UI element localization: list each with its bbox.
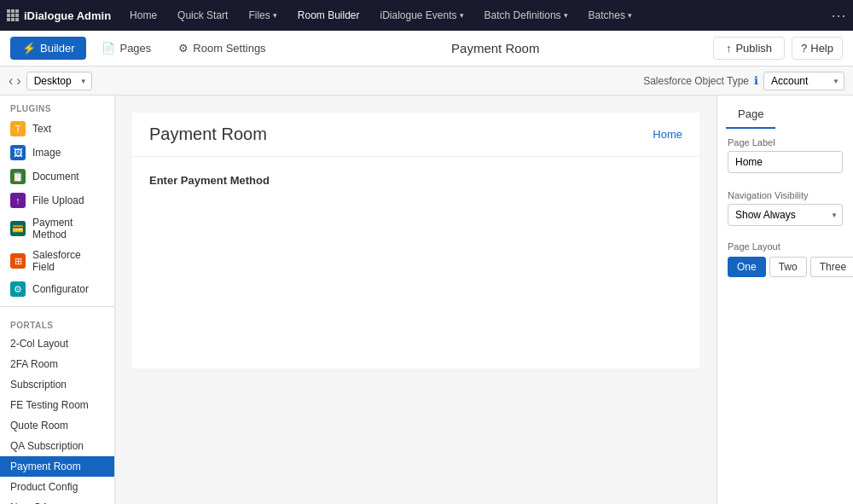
portal-2fa[interactable]: 2FA Room [0,354,114,374]
top-nav-bar: iDialogue Admin Home Quick Start Files ▾… [0,0,853,31]
page-label-label: Page Label [728,137,843,148]
plugin-salesforcefield-icon: ⊞ [10,253,26,269]
second-toolbar: ⚡ Builder 📄 Pages ⚙ Room Settings Paymen… [0,31,853,67]
plugins-section-title: PLUGINS [0,96,114,117]
portal-2col[interactable]: 2-Col Layout [0,333,114,354]
plugin-configurator-icon: ⚙ [10,281,26,297]
portal-qasubscription[interactable]: QA Subscription [0,436,114,456]
sf-object-select-wrapper: Account Contact Opportunity [763,72,844,90]
plugin-text-icon: T [10,121,26,136]
page-tab[interactable]: Page [726,104,775,129]
publish-button[interactable]: ↑ Publish [713,37,785,60]
forward-arrow[interactable]: › [16,73,20,89]
nav-visibility-select-wrapper: Show Always Hide Conditional [728,204,843,226]
portal-newqasubscription[interactable]: New QA Subscription [0,497,114,504]
info-icon[interactable]: ℹ [754,74,758,87]
nav-visibility-select[interactable]: Show Always Hide Conditional [728,204,843,226]
canvas-home-link[interactable]: Home [653,128,682,141]
plugin-document[interactable]: 📋 Document [0,165,114,188]
nav-arrows: ‹ › [9,73,21,89]
brand-logo[interactable]: iDialogue Admin [7,9,111,22]
nav-item-batchdefs[interactable]: Batch Definitions ▾ [476,6,577,25]
batches-dropdown-caret: ▾ [628,11,632,20]
room-settings-tab[interactable]: ⚙ Room Settings [166,37,277,60]
portal-fetesting[interactable]: FE Testing Room [0,395,114,415]
brand-name: iDialogue Admin [24,9,111,22]
layout-three-button[interactable]: Three [810,257,853,277]
plugin-image[interactable]: 🖼 Image [0,141,114,165]
pages-tab[interactable]: 📄 Pages [90,37,163,60]
page-label-input[interactable] [728,151,843,173]
page-canvas: Payment Room Home Enter Payment Method [132,113,699,368]
builder-icon: ⚡ [22,42,36,55]
page-canvas-header: Payment Room Home [132,113,699,157]
nav-item-home[interactable]: Home [121,6,165,25]
portal-productconfig[interactable]: Product Config [0,477,114,497]
portal-subscription[interactable]: Subscription [0,374,114,395]
nav-item-batches[interactable]: Batches ▾ [580,6,641,25]
portals-section-title: PORTALS [0,312,114,333]
nav-visibility-label: Navigation Visibility [728,190,843,200]
desktop-select-wrapper: Desktop Mobile Tablet [26,72,92,90]
portal-quoteroom[interactable]: Quote Room [0,415,114,436]
plugin-salesforcefield[interactable]: ⊞ Salesforce Field [0,245,114,277]
page-label-section: Page Label [717,129,853,182]
plugin-fileupload[interactable]: ↑ File Upload [0,188,114,212]
help-button[interactable]: ? Help [792,37,843,60]
publish-icon: ↑ [726,42,732,55]
page-layout-label: Page Layout [728,241,843,252]
back-arrow[interactable]: ‹ [9,73,13,89]
nav-item-roombuilder[interactable]: Room Builder [289,6,368,25]
plugin-configurator[interactable]: ⚙ Configurator [0,277,114,301]
room-settings-icon: ⚙ [178,42,189,55]
nav-item-files[interactable]: Files ▾ [240,6,285,25]
top-nav-right-icon[interactable]: ⋯ [831,6,846,25]
room-name-label: Payment Room [281,41,710,55]
nav-item-events[interactable]: iDialogue Events ▾ [372,6,473,25]
batchdefs-dropdown-caret: ▾ [564,11,568,20]
nav-item-quickstart[interactable]: Quick Start [169,6,236,25]
sf-object-select[interactable]: Account Contact Opportunity [763,72,844,90]
enter-payment-method-label: Enter Payment Method [149,174,682,187]
center-content: Payment Room Home Enter Payment Method [115,96,717,504]
files-dropdown-caret: ▾ [273,11,277,20]
layout-two-button[interactable]: Two [769,257,807,277]
plugin-fileupload-icon: ↑ [10,193,26,208]
toolbar-right-actions: ↑ Publish ? Help [713,37,843,60]
sidebar-divider [0,306,114,307]
portal-paymentroom[interactable]: Payment Room [0,456,114,477]
plugin-document-icon: 📋 [10,169,26,184]
plugin-text[interactable]: T Text [0,117,114,141]
page-canvas-body: Enter Payment Method [132,157,699,204]
right-panel: Page Page Label Navigation Visibility Sh… [717,96,853,504]
main-layout: PLUGINS T Text 🖼 Image 📋 Document ↑ File… [0,96,853,504]
events-dropdown-caret: ▾ [460,11,464,20]
plugin-paymentmethod-icon: 💳 [10,221,26,236]
grid-icon [7,9,19,21]
builder-tab[interactable]: ⚡ Builder [10,37,86,60]
view-bar: ‹ › Desktop Mobile Tablet Salesforce Obj… [0,67,853,96]
help-icon: ? [801,42,807,55]
plugin-image-icon: 🖼 [10,145,26,160]
pages-icon: 📄 [102,42,115,55]
page-layout-section: Page Layout One Two Three [717,235,853,284]
sf-object-type: Salesforce Object Type ℹ Account Contact… [643,72,844,90]
desktop-select[interactable]: Desktop Mobile Tablet [26,72,92,90]
nav-visibility-section: Navigation Visibility Show Always Hide C… [717,182,853,235]
plugin-paymentmethod[interactable]: 💳 Payment Method [0,212,114,245]
layout-one-button[interactable]: One [728,257,766,277]
canvas-room-title: Payment Room [149,125,267,144]
left-sidebar: PLUGINS T Text 🖼 Image 📋 Document ↑ File… [0,96,115,504]
layout-buttons: One Two Three [728,257,843,277]
